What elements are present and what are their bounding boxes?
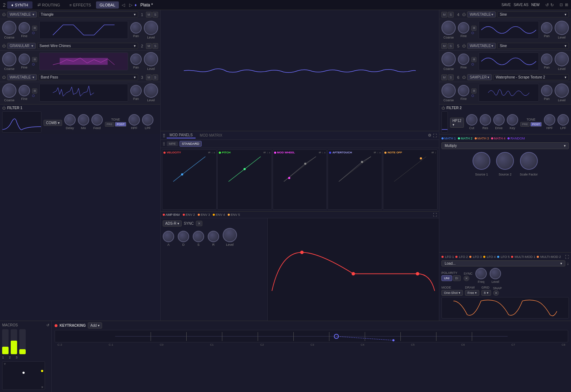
env-a-knob[interactable] <box>163 231 174 242</box>
mod-matrix-tab[interactable]: MOD MATRIX <box>197 133 225 138</box>
math-scale-knob[interactable] <box>520 152 538 170</box>
amp-env-tab[interactable]: AMP ENV <box>166 213 180 217</box>
lfo-sync-x-btn[interactable]: ✕ <box>464 276 469 281</box>
source-5-s[interactable]: S <box>448 43 454 49</box>
source-5-link[interactable]: ⬡ <box>471 63 476 66</box>
lfo-mode-dropdown[interactable]: One-Shot ▾ <box>441 290 463 296</box>
source-2-fine-knob[interactable] <box>19 54 30 65</box>
source-2-preset[interactable]: Sweet Wire Chimes ▾ <box>37 43 138 49</box>
source-4-coarse-knob[interactable] <box>441 21 456 35</box>
env3-tab[interactable]: ENV 3 <box>201 213 210 217</box>
env2-tab[interactable]: ENV 2 <box>186 213 195 217</box>
standard-button[interactable]: STANDARD <box>180 141 202 147</box>
filter-1-pre[interactable]: PRE <box>105 122 114 127</box>
undo-button[interactable]: ↺ <box>545 2 549 7</box>
source-6-coarse-knob[interactable] <box>441 83 456 98</box>
filter-1-post[interactable]: POST <box>115 122 126 127</box>
source-6-s[interactable]: S <box>448 75 454 80</box>
source-4-m[interactable]: M <box>441 12 447 17</box>
lfo1-tab[interactable]: LFO 1 <box>445 255 454 259</box>
redo-button[interactable]: ↻ <box>550 2 554 7</box>
source-4-fine-knob[interactable] <box>458 22 469 34</box>
math-source1-knob[interactable] <box>473 152 490 170</box>
source-1-m[interactable]: M <box>146 12 152 17</box>
source-6-level-knob[interactable] <box>552 81 571 101</box>
source-2-type[interactable]: GRANULAR ▾ <box>7 43 36 49</box>
macros-reset-icon[interactable]: ↺ <box>46 323 49 327</box>
filter-2-key-knob[interactable] <box>507 114 518 126</box>
multimod2-tab[interactable]: MULTI-MOD 2 <box>540 255 561 259</box>
source-5-pan-knob[interactable] <box>541 54 552 65</box>
filter-1-feed-knob[interactable] <box>91 114 103 126</box>
tab-synth[interactable]: ♦ SYNTH <box>7 1 32 9</box>
env-r-knob[interactable] <box>208 231 219 242</box>
math2-tab[interactable]: MATH 2 <box>458 137 472 140</box>
save-button[interactable]: SAVE <box>501 3 511 7</box>
source-6-pan-knob[interactable] <box>541 85 552 96</box>
source-2-coarse-knob[interactable] <box>2 52 16 66</box>
env-level-knob[interactable] <box>221 226 239 244</box>
math4-tab[interactable]: MATH 4 <box>491 137 505 140</box>
env-d-knob[interactable] <box>178 231 189 242</box>
sync-x-btn[interactable]: ✕ <box>196 221 202 226</box>
filter-2-cut-knob[interactable] <box>466 114 477 126</box>
math-source2-knob[interactable] <box>496 152 514 170</box>
nav-back-icon[interactable]: ◁ <box>122 2 125 7</box>
tab-global[interactable]: GLOBAL <box>96 1 119 9</box>
source-1-coarse-knob[interactable] <box>0 18 19 38</box>
env-expand-icon[interactable]: ⛶ <box>433 213 437 217</box>
lfo-expand-icon[interactable]: ⛶ <box>565 255 569 259</box>
note-off-icons[interactable]: ⇄ ↓ <box>431 151 436 154</box>
math3-tab[interactable]: MATH 3 <box>475 137 489 140</box>
lfo5-tab[interactable]: LFO 5 <box>501 255 510 259</box>
tab-routing[interactable]: ⇄ ROUTING <box>33 1 65 9</box>
source-3-link[interactable]: ⬡ <box>32 94 37 97</box>
source-3-preset[interactable]: Band Pass ▾ <box>38 74 138 80</box>
source-4-type[interactable]: WAVETABLE ▾ <box>467 11 496 17</box>
source-6-fine-knob[interactable] <box>458 85 469 96</box>
source-4-power[interactable]: ⏻ <box>462 12 466 16</box>
pitch-icons[interactable]: ⇄ ↓ ± <box>263 151 271 154</box>
source-4-link[interactable]: ⬡ <box>471 31 476 35</box>
filter-2-type-dropdown[interactable]: HP12 ▾ <box>450 118 464 128</box>
lfo4-tab[interactable]: LFO 4 <box>487 255 496 259</box>
source-1-s[interactable]: S <box>152 12 158 17</box>
filter-2-drive-knob[interactable] <box>493 114 505 126</box>
filter-2-power[interactable]: ⏻ <box>441 106 445 110</box>
source-2-midi-btn[interactable]: ⊞ <box>32 57 37 62</box>
source-4-level-knob[interactable] <box>552 18 571 38</box>
source-6-preset[interactable]: Waterphone - Scrape Texture 2 ▾ <box>493 74 569 80</box>
source-6-power[interactable]: ⏻ <box>462 75 466 79</box>
env-type-dropdown[interactable]: ADS-R ▾ <box>163 220 182 226</box>
nav-forward-icon[interactable]: ▷ <box>129 2 132 7</box>
source-3-type[interactable]: WAVETABLE ▾ <box>7 74 37 80</box>
lfo-download-icon[interactable]: ↓ <box>567 261 569 266</box>
source-2-pan-knob[interactable] <box>130 54 142 65</box>
filter-1-lpf-knob[interactable] <box>142 114 153 126</box>
math-mode-dropdown[interactable]: Multiply ▾ <box>441 142 569 149</box>
source-4-pan-knob[interactable] <box>541 22 552 34</box>
lfo-level-knob[interactable] <box>490 268 501 279</box>
lfo-grid-dropdown[interactable]: 8 ▾ <box>481 290 491 296</box>
source-3-m[interactable]: M <box>146 75 152 80</box>
source-5-coarse-knob[interactable] <box>441 52 456 66</box>
source-6-link[interactable]: ⬡ <box>471 94 476 97</box>
source-3-pan-knob[interactable] <box>130 85 142 96</box>
source-5-type[interactable]: WAVETABLE ▾ <box>467 43 496 49</box>
source-2-link[interactable]: ⬡ <box>32 63 37 66</box>
polarity-uni-btn[interactable]: UNI <box>441 275 452 281</box>
expand-icon[interactable]: ⊞ <box>565 2 568 7</box>
env4-tab[interactable]: ENV 4 <box>216 213 225 217</box>
source-4-s[interactable]: S <box>448 12 454 17</box>
source-3-power[interactable]: ⏻ <box>2 75 6 79</box>
save-as-button[interactable]: SAVE AS <box>514 3 529 7</box>
macro-xy-pad[interactable]: X Y <box>2 361 45 390</box>
filter-2-pre[interactable]: PRE <box>520 122 530 127</box>
lfo-freq-knob[interactable] <box>475 268 487 279</box>
source-3-s[interactable]: S <box>152 75 158 80</box>
random-tab[interactable]: RANDOM <box>507 137 525 140</box>
source-5-fine-knob[interactable] <box>458 54 469 65</box>
filter-2-res-knob[interactable] <box>480 114 491 126</box>
filter-1-mix-knob[interactable] <box>78 114 89 126</box>
source-4-preset[interactable]: Sine ▾ <box>497 11 569 17</box>
